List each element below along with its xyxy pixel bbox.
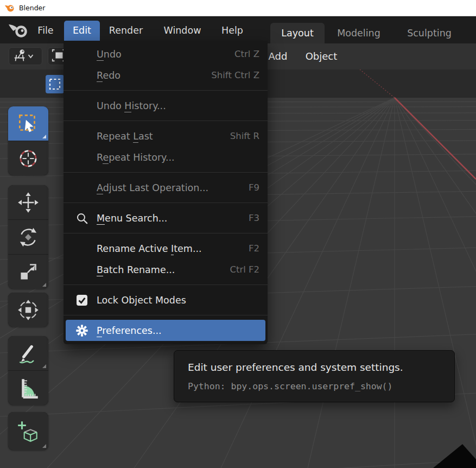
menu-separator (64, 90, 268, 91)
blender-logo-icon (4, 3, 15, 12)
edit-dropdown-menu: Undo Ctrl Z Redo Shift Ctrl Z Undo Histo… (64, 41, 268, 344)
search-icon (75, 211, 89, 225)
scale-tool-icon (16, 260, 41, 284)
menu-item-icon-spacer (75, 129, 89, 143)
menu-item-undo-history[interactable]: Undo History... (64, 95, 268, 116)
tool-transform[interactable] (8, 293, 48, 327)
menu-item-icon-spacer (75, 263, 89, 277)
menu-file[interactable]: File (34, 21, 58, 41)
shortcut-label: F3 (238, 213, 259, 223)
cursor-tool-icon (16, 146, 41, 171)
blender-app-logo-icon[interactable] (8, 21, 29, 41)
workspace-tab-modeling[interactable]: Modeling (329, 23, 389, 43)
shortcut-label: Ctrl F2 (219, 264, 259, 275)
menu-item-undo[interactable]: Undo Ctrl Z (64, 43, 268, 65)
select-box-tool-icon (16, 111, 41, 136)
menu-separator (64, 284, 268, 285)
tool-shelf (8, 106, 48, 450)
window-titlebar: Blender (0, 0, 476, 16)
menu-item-icon-spacer (75, 47, 89, 61)
tool-cursor[interactable] (8, 141, 48, 175)
menu-help[interactable]: Help (217, 21, 247, 41)
menu-item-repeat-history[interactable]: Repeat History... (64, 147, 268, 168)
menu-separator (64, 203, 268, 203)
shortcut-label: Shift Ctrl Z (200, 70, 259, 80)
gear-icon (75, 324, 89, 338)
window-title: Blender (19, 4, 45, 12)
menu-separator (64, 121, 268, 121)
tooltip-description: Edit user preferences and system setting… (188, 362, 441, 373)
menu-separator (64, 315, 268, 315)
menu-item-rename-active-item[interactable]: Rename Active Item... F2 (64, 238, 268, 259)
menu-item-menu-search[interactable]: Menu Search... F3 (64, 207, 268, 229)
tooltip-python-command: Python: bpy.ops.screen.userpref_show() (188, 381, 441, 391)
menu-item-icon-spacer (75, 99, 89, 113)
add-cube-tool-icon (16, 419, 41, 444)
menu-separator (64, 233, 268, 233)
active-tool-dropdown[interactable] (9, 47, 42, 65)
rotate-tool-icon (16, 225, 41, 250)
menu-item-icon-spacer (75, 181, 89, 195)
lock-object-modes-checkbox[interactable] (77, 295, 87, 306)
tool-move[interactable] (8, 185, 48, 219)
menu-render[interactable]: Render (104, 21, 148, 41)
menu-item-redo[interactable]: Redo Shift Ctrl Z (64, 65, 268, 86)
move-tool-icon (16, 190, 41, 215)
menu-item-preferences[interactable]: Preferences... (66, 320, 265, 341)
tool-annotate[interactable] (8, 336, 48, 370)
menu-item-batch-rename[interactable]: Batch Rename... Ctrl F2 (64, 259, 268, 280)
shortcut-label: F9 (238, 182, 259, 193)
tool-select-box[interactable] (8, 106, 48, 141)
menu-item-adjust-last-operation[interactable]: Adjust Last Operation... F9 (64, 177, 268, 198)
topbar: File Edit Render Window Help Layout Mode… (0, 16, 476, 43)
menu-window[interactable]: Window (157, 21, 207, 41)
menu-item-icon-spacer (75, 68, 89, 83)
tweak-tool-icon (12, 48, 27, 65)
transform-tool-icon (16, 298, 41, 322)
viewport-menu-add[interactable]: Add (266, 43, 290, 69)
viewport-menu-object[interactable]: Object (300, 43, 343, 69)
annotate-tool-icon (16, 341, 41, 366)
shortcut-label: Shift R (219, 131, 259, 141)
tool-scale[interactable] (8, 255, 48, 289)
chevron-down-icon (27, 51, 34, 61)
menu-item-repeat-last[interactable]: Repeat Last Shift R (64, 125, 268, 147)
workspace-tab-layout[interactable]: Layout (270, 23, 325, 43)
tool-add-cube[interactable] (8, 412, 48, 450)
menu-separator (64, 172, 268, 173)
menu-item-lock-object-modes[interactable]: Lock Object Modes (64, 289, 268, 311)
workspace-tab-sculpting[interactable]: Sculpting (397, 23, 461, 43)
preferences-tooltip: Edit user preferences and system setting… (174, 350, 455, 402)
tool-rotate[interactable] (8, 220, 48, 254)
shortcut-label: F2 (238, 243, 259, 254)
shortcut-label: Ctrl Z (224, 49, 259, 59)
measure-tool-icon (16, 376, 41, 401)
tool-measure[interactable] (8, 371, 48, 405)
tool-settings-select-box-icon[interactable] (46, 75, 64, 93)
checkmark-icon (77, 295, 87, 305)
menu-item-icon-spacer (75, 150, 89, 165)
menu-edit[interactable]: Edit (64, 21, 100, 41)
menu-item-icon-spacer (75, 242, 89, 256)
